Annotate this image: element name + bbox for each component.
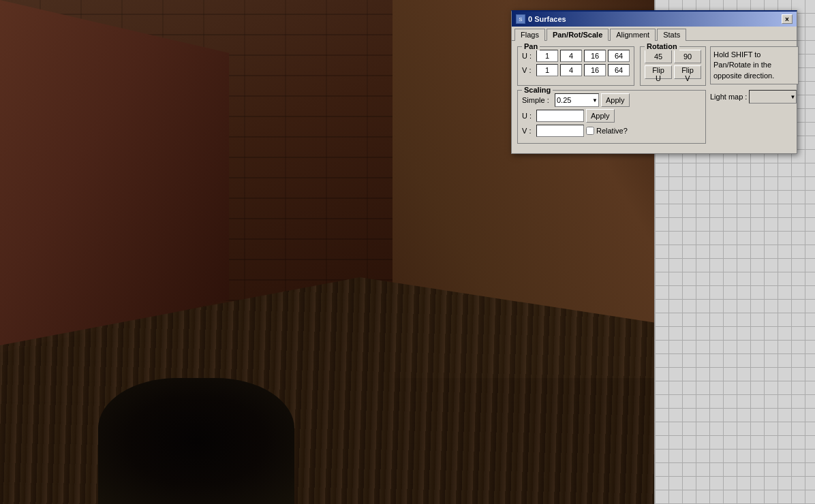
- lightmap-label: Light map :: [710, 93, 747, 101]
- pan-u-16-input[interactable]: [584, 50, 606, 62]
- rotate-45-button[interactable]: 45: [645, 50, 672, 63]
- dialog-left-column: Pan U : V :: [517, 46, 706, 148]
- dialog-titlebar: S 0 Surfaces ×: [512, 12, 797, 27]
- tab-bar: Flags Pan/Rot/Scale Alignment Stats: [512, 27, 797, 41]
- dialog-app-icon: S: [516, 14, 525, 24]
- tab-stats[interactable]: Stats: [657, 29, 686, 41]
- scaling-group: Scaling Simple : 0.25 0.5 1 2 4: [517, 90, 706, 144]
- pan-group: Pan U : V :: [517, 46, 634, 86]
- dialog-title: 0 Surfaces: [528, 15, 566, 23]
- pan-u-row: U :: [522, 50, 630, 62]
- relative-checkbox[interactable]: [586, 127, 594, 135]
- rotation-legend: Rotation: [645, 42, 679, 50]
- pan-u-64-input[interactable]: [608, 50, 630, 62]
- rotate-90-button[interactable]: 90: [674, 50, 701, 63]
- flip-u-button[interactable]: Flip U: [645, 65, 672, 79]
- pan-v-4-input[interactable]: [560, 64, 582, 76]
- close-button[interactable]: ×: [782, 14, 793, 24]
- tab-flags[interactable]: Flags: [514, 29, 545, 41]
- scaling-legend: Scaling: [522, 86, 553, 94]
- pan-u-label: U :: [522, 52, 534, 60]
- scaling-u-apply-button[interactable]: Apply: [586, 109, 615, 123]
- tab-pan-rot-scale[interactable]: Pan/Rot/Scale: [547, 29, 609, 41]
- lightmap-row: Light map : ▼: [710, 90, 799, 104]
- surfaces-dialog: S 0 Surfaces × Flags Pan/Rot/Scale Align…: [511, 10, 797, 154]
- hint-box: Hold SHIFT to Pan/Rotate in the opposite…: [710, 46, 799, 84]
- flip-buttons-row: Flip U Flip V: [645, 65, 701, 79]
- lightmap-select-wrapper[interactable]: ▼: [749, 90, 797, 104]
- pan-v-label: V :: [522, 66, 534, 74]
- pan-v-64-input[interactable]: [608, 64, 630, 76]
- hint-text: Hold SHIFT to Pan/Rotate in the opposite…: [713, 50, 774, 80]
- tab-alignment[interactable]: Alignment: [610, 29, 656, 41]
- dialog-right-column: Hold SHIFT to Pan/Rotate in the opposite…: [710, 46, 799, 148]
- scaling-v-row: V : Relative?: [522, 125, 701, 137]
- scaling-v-input[interactable]: [536, 125, 584, 137]
- scaling-u-label: U :: [522, 112, 534, 120]
- scaling-u-row: U : Apply: [522, 109, 701, 123]
- pan-v-16-input[interactable]: [584, 64, 606, 76]
- scaling-simple-select-wrapper[interactable]: 0.25 0.5 1 2 4 ▼: [555, 93, 599, 107]
- scaling-simple-apply-button[interactable]: Apply: [601, 93, 630, 107]
- scaling-v-label: V :: [522, 127, 534, 135]
- pan-v-1-input[interactable]: [536, 64, 558, 76]
- scaling-u-input[interactable]: [536, 110, 584, 122]
- scaling-simple-row: Simple : 0.25 0.5 1 2 4 ▼ Apply: [522, 93, 701, 107]
- rotation-group: Rotation 45 90 Flip U Flip V: [640, 46, 706, 86]
- dialog-content: Pan U : V :: [512, 41, 797, 153]
- rotation-buttons-row: 45 90: [645, 50, 701, 63]
- scaling-simple-label: Simple :: [522, 96, 553, 104]
- relative-label: Relative?: [596, 127, 628, 135]
- pan-rotation-row: Pan U : V :: [517, 46, 706, 90]
- scaling-simple-select[interactable]: 0.25 0.5 1 2 4: [555, 93, 599, 107]
- pan-legend: Pan: [522, 42, 540, 50]
- lightmap-select[interactable]: [749, 90, 797, 104]
- pan-u-1-input[interactable]: [536, 50, 558, 62]
- pan-u-4-input[interactable]: [560, 50, 582, 62]
- flip-v-button[interactable]: Flip V: [674, 65, 701, 79]
- pan-v-row: V :: [522, 64, 630, 76]
